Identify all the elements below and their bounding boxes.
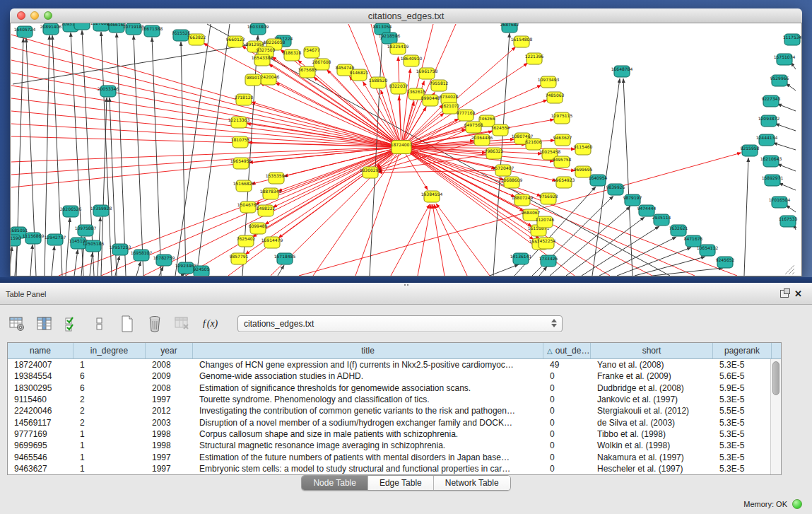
table-cell[interactable]: 1997 [146, 394, 193, 405]
graph-node[interactable]: 12444134 [756, 134, 778, 146]
graph-node[interactable]: 1167533 [779, 216, 798, 227]
selected-edge[interactable] [273, 147, 401, 207]
table-cell[interactable]: Hescheler et al. (1997) [591, 463, 713, 474]
graph-node[interactable]: 7632621 [669, 225, 688, 236]
table-cell[interactable]: 2 [73, 394, 146, 405]
table-cell[interactable]: 14569117 [8, 416, 73, 428]
table-cell[interactable]: 5.3E-5 [713, 440, 772, 451]
selected-edge[interactable] [433, 204, 445, 276]
graph-node[interactable]: 1733426 [539, 255, 558, 267]
table-cell[interactable]: 9777169 [8, 428, 73, 440]
edge[interactable] [175, 24, 211, 276]
table-cell[interactable]: Estimation of the future numbers of pati… [193, 451, 543, 462]
graph-node[interactable]: 20364486 [471, 134, 493, 146]
network-table-selector[interactable]: citations_edges.txt [237, 315, 563, 332]
table-row[interactable]: 1456911722003Disruption of a novel membe… [8, 416, 781, 428]
graph-node[interactable]: 7485063 [546, 92, 565, 103]
selected-edge[interactable] [391, 204, 430, 276]
graph-node[interactable]: 16210643 [760, 156, 782, 167]
graph-node[interactable]: 2718120 [235, 94, 254, 105]
network-window-titlebar[interactable]: citations_edges.txt [10, 8, 802, 23]
resize-grip-icon[interactable] [792, 272, 794, 274]
table-cell[interactable]: Estimation of significance thresholds fo… [193, 382, 543, 394]
float-panel-icon[interactable] [780, 290, 789, 298]
delete-columns-button[interactable] [145, 314, 165, 334]
table-cell[interactable]: 0 [543, 370, 591, 382]
table-cell[interactable]: 0 [543, 463, 591, 474]
tab-edge-table[interactable]: Edge Table [368, 476, 434, 490]
table-cell[interactable]: 2 [73, 416, 146, 428]
table-cell[interactable]: 2 [73, 405, 146, 416]
table-cell[interactable]: 18724007 [8, 359, 73, 370]
graph-node[interactable]: 16033809 [247, 23, 269, 35]
graph-node[interactable]: 9879197 [623, 194, 642, 206]
selected-edge[interactable] [11, 35, 401, 147]
table-row[interactable]: 911546021997Tourette syndrome. Phenomeno… [8, 394, 781, 405]
edge[interactable] [773, 143, 796, 150]
graph-node[interactable]: 15718485 [274, 253, 296, 264]
graph-node[interactable]: 9529966 [770, 75, 789, 86]
table-cell[interactable]: Wolkin et al. (1998) [591, 440, 713, 451]
selected-edge[interactable] [418, 204, 431, 276]
edge[interactable] [278, 265, 284, 276]
graph-node[interactable]: 8322037 [389, 83, 408, 94]
graph-node[interactable]: 8186328 [283, 49, 302, 61]
table-cell[interactable]: 2009 [146, 370, 193, 382]
graph-node[interactable]: 20206526 [60, 206, 82, 217]
table-cell[interactable]: 0 [543, 416, 591, 428]
graph-node[interactable]: 20891406 [40, 23, 62, 35]
edge[interactable] [196, 24, 230, 276]
table-cell[interactable]: 9463627 [8, 463, 73, 474]
table-cell[interactable]: Yano et al. (2008) [591, 359, 713, 370]
table-cell[interactable]: Embryonic stem cells: a model to study s… [193, 463, 543, 474]
table-cell[interactable]: 1 [73, 463, 146, 474]
edge[interactable] [635, 257, 705, 276]
edge[interactable] [66, 218, 70, 276]
table-cell[interactable]: 9699695 [8, 440, 73, 451]
graph-node[interactable]: 6497568 [464, 122, 483, 133]
graph-node[interactable]: 12942757 [45, 234, 66, 245]
table-cell[interactable]: 22420046 [8, 405, 73, 416]
graph-node[interactable]: 7986322 [485, 148, 504, 159]
edge[interactable] [775, 124, 796, 131]
graph-node[interactable]: 9699695 [574, 166, 593, 177]
edge[interactable] [744, 158, 748, 276]
table-cell[interactable]: Structural magnetic resonance image aver… [193, 440, 543, 451]
graph-node[interactable]: 7955812 [430, 80, 449, 91]
graph-node[interactable]: 11156869 [23, 233, 45, 244]
graph-node[interactable]: 9495758 [553, 156, 572, 168]
split-handle[interactable] [403, 284, 409, 287]
citation-graph[interactable]: 1540572420891406209314110653287152760026… [11, 23, 801, 276]
table-cell[interactable]: 0 [543, 394, 591, 405]
selected-edge[interactable] [327, 70, 401, 147]
network-canvas[interactable]: 1540572420891406209314110653287152760026… [10, 23, 802, 276]
selected-edge[interactable] [11, 147, 401, 175]
edge[interactable] [101, 98, 107, 276]
graph-node[interactable]: 19384554 [421, 191, 443, 202]
selected-edge[interactable] [436, 204, 490, 276]
column-header-out_de[interactable]: △out_de… [543, 343, 591, 358]
graph-node[interactable]: 17957253 [110, 244, 131, 255]
graph-node[interactable]: 1221396 [525, 53, 544, 64]
graph-node[interactable]: 19218596 [379, 33, 401, 44]
table-cell[interactable]: 1998 [146, 428, 193, 440]
graph-node[interactable]: 16648784 [611, 66, 633, 77]
table-cell[interactable]: 1 [73, 359, 146, 370]
column-header-year[interactable]: year [146, 343, 193, 358]
graph-node[interactable]: 1117534 [783, 34, 801, 45]
table-cell[interactable]: 5.3E-5 [713, 451, 772, 462]
selected-edge[interactable] [313, 147, 401, 276]
network-window[interactable]: citations_edges.txt 15405724208914062093… [10, 8, 802, 276]
table-cell[interactable]: 5.6E-5 [713, 370, 772, 382]
table-cell[interactable]: Disruption of a novel member of a sodium… [193, 416, 543, 428]
table-cell[interactable]: 1998 [146, 440, 193, 451]
table-row[interactable]: 2242004622012Investigating the contribut… [8, 405, 781, 416]
table-cell[interactable]: 1 [73, 428, 146, 440]
graph-node[interactable]: 1810755 [231, 136, 250, 148]
table-row[interactable]: 1830029562008Estimation of significance … [8, 382, 781, 394]
table-cell[interactable]: de Silva et al. (2003) [591, 416, 713, 428]
graph-node[interactable]: 17359928 [90, 205, 112, 216]
table-cell[interactable]: Dudbridge et al. (2008) [591, 382, 713, 394]
graph-node[interactable]: 18300295 [360, 167, 382, 178]
graph-node[interactable]: 15166825 [233, 180, 255, 192]
